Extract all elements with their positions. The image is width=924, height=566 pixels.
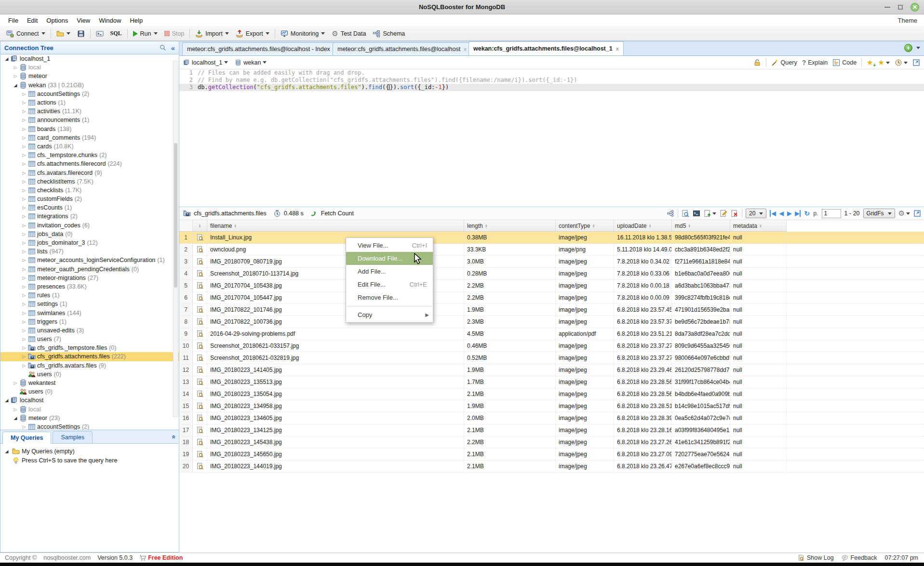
cell-md5[interactable]: b14c98e1015ac517d98c091ead	[672, 400, 730, 412]
tree-item-rules[interactable]: ▷rules(1)	[0, 291, 179, 300]
cell-filename[interactable]: IMG_20180223_134958.jpg	[207, 400, 464, 412]
header-metadata[interactable]: metadata▲▼	[730, 220, 787, 231]
cell-contentType[interactable]: image/jpeg	[556, 412, 614, 424]
cell-contentType[interactable]: image/jpeg	[556, 256, 614, 267]
document-preview-icon[interactable]	[193, 400, 207, 412]
tree-item-checklists[interactable]: ▷checklists(1.7K)	[0, 186, 179, 195]
expander-icon[interactable]: ▷	[12, 381, 19, 385]
expander-icon[interactable]: ▷	[21, 223, 27, 228]
expander-icon[interactable]: ▷	[21, 328, 27, 333]
table-row[interactable]: 11Screenshot_20180621-032819.jpg0.52MBim…	[179, 352, 924, 364]
tree-item-cfs-gridfs-tempstore-files[interactable]: ▷cfs_gridfs._tempstore.files(0)	[0, 343, 179, 352]
expander-icon[interactable]: ▷	[21, 232, 27, 237]
cell-contentType[interactable]: application/pdf	[556, 328, 614, 340]
cell-length[interactable]: 0.28MB	[464, 268, 556, 279]
expander-icon[interactable]: ▷	[21, 249, 27, 254]
header-icon-col[interactable]: ▲▼	[193, 220, 207, 231]
expander-icon[interactable]: ▷	[21, 135, 27, 140]
cell-md5[interactable]: b4bdb6e4faed0a909ba13e5df30	[672, 388, 730, 400]
expander-icon[interactable]: ▷	[21, 92, 27, 96]
open-file-button[interactable]	[53, 28, 74, 39]
document-preview-icon[interactable]	[193, 316, 207, 328]
tree-item-localhost[interactable]: ◢localhost	[0, 396, 179, 405]
query-builder-button[interactable]: Query	[771, 59, 797, 66]
tree-item-meteor[interactable]: ◢meteor(23)	[0, 414, 179, 422]
cell-contentType[interactable]: image/jpeg	[556, 388, 614, 400]
menu-item-remove-file[interactable]: Remove File...	[346, 291, 433, 304]
fetch-count-button[interactable]: Fetch Count	[321, 210, 354, 217]
document-preview-icon[interactable]	[193, 352, 207, 364]
expander-icon[interactable]: ◢	[3, 56, 10, 61]
editor-line-1[interactable]: 1// Files can be added easily with drag …	[179, 69, 924, 77]
cell-md5[interactable]: 98d80c565f03f921fe4b730af58f8	[672, 232, 730, 243]
tree-item-jobs-data[interactable]: ▷jobs_data(0)	[0, 230, 179, 238]
breadcrumb-server[interactable]: localhost_1	[183, 59, 228, 66]
tab-meteor[interactable]: meteor:cfs_gridfs.attachments.files@loca…	[333, 42, 471, 55]
expander-icon[interactable]: ▷	[21, 240, 27, 245]
tree-item-announcements[interactable]: ▷announcements(1)	[0, 116, 179, 124]
cell-uploadDate[interactable]: 6.8.2018 klo 23.28.39	[614, 412, 672, 424]
menu-options[interactable]: Options	[42, 15, 72, 26]
tree-item-actions[interactable]: ▷actions(1)	[0, 98, 179, 107]
expander-icon[interactable]: ▷	[12, 74, 19, 79]
cell-uploadDate[interactable]: 6.8.2018 klo 23.51.21	[614, 328, 672, 340]
table-row[interactable]: 4Screenshot_20180710-113714.jpg0.28MBima…	[179, 268, 924, 280]
expand-results-icon[interactable]	[913, 210, 921, 217]
table-row[interactable]: 17IMG_20180223_134125.jpg2.1MBimage/jpeg…	[179, 424, 924, 436]
expander-icon[interactable]: ▷	[21, 424, 27, 429]
cell-filename[interactable]: 2016-04-29-solving-problems.pdf	[207, 328, 464, 340]
document-preview-icon[interactable]	[193, 244, 207, 255]
tab-meteor-index[interactable]: meteor:cfs_gridfs.attachments.files@loca…	[182, 42, 341, 55]
cell-contentType[interactable]: image/jpeg	[556, 352, 614, 364]
cell-md5[interactable]: e267e0a6ef8ec8ccc948475b1ba	[672, 461, 730, 472]
cell-uploadDate[interactable]: 6.8.2018 klo 23.29.46	[614, 364, 672, 376]
cell-metadata[interactable]: null	[730, 316, 787, 328]
expander-icon[interactable]: ◢	[12, 416, 19, 421]
close-icon[interactable]: ✕	[911, 3, 919, 12]
tree-item-meteor-migrations[interactable]: ▷meteor-migrations(27)	[0, 274, 179, 282]
search-icon[interactable]	[160, 44, 166, 51]
last-page-icon[interactable]: ▶	[795, 210, 801, 217]
document-preview-icon[interactable]	[193, 328, 207, 340]
cell-uploadDate[interactable]: 6.8.2018 klo 23.27.26	[614, 436, 672, 448]
expander-icon[interactable]: ▷	[21, 127, 27, 132]
cell-length[interactable]: 2.1MB	[464, 448, 556, 460]
tree-item-escounts[interactable]: ▷esCounts(1)	[0, 203, 179, 212]
document-preview-icon[interactable]	[193, 280, 207, 291]
tree-item-accountsettings[interactable]: ▷accountSettings(2)	[0, 90, 179, 98]
document-preview-icon[interactable]	[193, 256, 207, 267]
tree-item-accountsettings[interactable]: ▷accountSettings(2)	[0, 422, 179, 430]
tree-item-meteor-oauth-pendingcredentials[interactable]: ▷meteor_oauth_pendingCredentials(0)	[0, 265, 179, 274]
editor-line-2[interactable]: 2// Find by name e.g. db.getCollection("…	[179, 77, 924, 84]
cell-metadata[interactable]: null	[730, 280, 787, 291]
tree-item-localhost-1[interactable]: ◢localhost_1	[0, 54, 179, 63]
export-button[interactable]: Export	[232, 28, 273, 39]
cell-filename[interactable]: Screenshot_20180621-033157.jpg	[207, 340, 464, 352]
cell-metadata[interactable]: null	[730, 304, 787, 316]
expander-icon[interactable]: ▷	[21, 354, 27, 359]
cell-metadata[interactable]: null	[730, 388, 787, 400]
server-dropdown-icon[interactable]	[224, 61, 228, 64]
tree-item-cards[interactable]: ▷cards(10.8K)	[0, 142, 179, 151]
menu-help[interactable]: Help	[125, 15, 147, 26]
collapse-panel-icon[interactable]: «	[171, 44, 175, 52]
expander-icon[interactable]: ▷	[21, 337, 27, 342]
tree-item-swimlanes[interactable]: ▷swimlanes(144)	[0, 308, 179, 317]
page-number-input[interactable]: 1	[822, 209, 841, 218]
expander-icon[interactable]: ▷	[21, 171, 27, 175]
tab-samples[interactable]: Samples	[53, 431, 93, 443]
table-row[interactable]: 8IMG_20170822_100736.jpg2.3MBimage/jpeg6…	[179, 316, 924, 328]
results-settings-dropdown[interactable]: ⚙	[898, 209, 910, 218]
next-page-icon[interactable]: ▶	[787, 210, 791, 217]
cell-md5[interactable]: 809c9d6455aa325450e78b1bb2	[672, 340, 730, 352]
tree-item-activities[interactable]: ▷activities(11.1K)	[0, 107, 179, 116]
view-document-icon[interactable]	[682, 210, 689, 217]
tree-item-users[interactable]: users(0)	[0, 370, 179, 379]
tree-item-card-comments[interactable]: ▷card_comments(194)	[0, 133, 179, 142]
expander-icon[interactable]: ▷	[21, 100, 27, 105]
cell-metadata[interactable]: null	[730, 292, 787, 303]
cell-md5[interactable]: cbc3a891b6348ed2f29cb7d13968	[672, 244, 730, 255]
cell-contentType[interactable]: image/png	[556, 244, 614, 255]
refresh-icon[interactable]: ↻	[804, 210, 810, 217]
minimize-icon[interactable]	[884, 7, 890, 8]
